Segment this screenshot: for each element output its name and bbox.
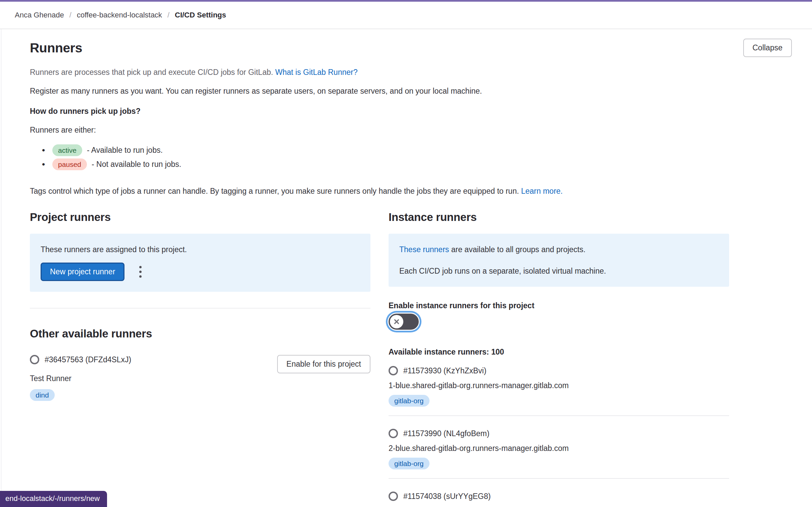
runner-tag-badge: gitlab-org xyxy=(389,458,429,469)
how-runners-pick-up-jobs-heading: How do runners pick up jobs? xyxy=(30,106,792,116)
tags-description: Tags control which type of jobs a runner… xyxy=(30,186,792,196)
learn-more-link[interactable]: Learn more. xyxy=(521,187,563,195)
breadcrumb-project-link[interactable]: coffee-backend-localstack xyxy=(77,11,162,19)
enable-for-project-button[interactable]: Enable for this project xyxy=(277,355,370,373)
instance-runner-list: #11573930 (KzYhZxBvi) 1-blue.shared-gitl… xyxy=(389,366,729,507)
instance-runners-info-line1: These runners are available to all group… xyxy=(399,244,718,255)
instance-runner-item: #11573990 (NL4gfoBem) 2-blue.shared-gitl… xyxy=(389,416,729,479)
active-status-description: - Available to run jobs. xyxy=(87,143,163,157)
breadcrumb-current-page: CI/CD Settings xyxy=(175,11,226,19)
project-runners-info-text: These runners are assigned to this proje… xyxy=(41,244,360,255)
collapse-button[interactable]: Collapse xyxy=(743,39,792,57)
toggle-knob xyxy=(390,315,403,328)
runner-tag-badge: gitlab-org xyxy=(389,395,429,407)
runners-description-text: Runners are processes that pick up and e… xyxy=(30,68,273,77)
vertical-ellipsis-icon[interactable] xyxy=(136,263,145,281)
project-runners-section: Project runners These runners are assign… xyxy=(30,211,370,507)
paused-status-badge: paused xyxy=(52,158,87,170)
list-item-paused: paused - Not available to run jobs. xyxy=(42,157,792,171)
instance-runners-toggle[interactable] xyxy=(389,314,419,330)
project-runners-title: Project runners xyxy=(30,211,370,224)
runner-id: #11573930 (KzYhZxBvi) xyxy=(403,366,487,375)
project-runners-info-box: These runners are assigned to this proje… xyxy=(30,234,370,292)
list-item-active: active - Available to run jobs. xyxy=(42,143,792,157)
active-status-badge: active xyxy=(52,144,82,156)
page-title: Runners xyxy=(30,41,82,55)
available-runner-row: #36457563 (DFZd4SLxJ) Test Runner dind E… xyxy=(30,355,370,401)
runner-host: 1-blue.shared-gitlab-org.runners-manager… xyxy=(389,381,729,390)
instance-runners-section: Instance runners These runners are avail… xyxy=(389,211,729,507)
runner-status-list: active - Available to run jobs. paused -… xyxy=(30,143,792,171)
instance-runners-info-line2: Each CI/CD job runs on a separate, isola… xyxy=(399,266,718,276)
link-url-preview: end-localstack/-/runners/new xyxy=(0,491,107,507)
runner-status-circle-icon xyxy=(389,492,398,501)
other-available-runners-title: Other available runners xyxy=(30,327,370,340)
instance-runner-item: #11573930 (KzYhZxBvi) 1-blue.shared-gitl… xyxy=(389,366,729,416)
runner-status-circle-icon xyxy=(389,429,398,438)
x-icon xyxy=(393,318,400,325)
breadcrumb: Anca Ghenade / coffee-backend-localstack… xyxy=(0,2,812,29)
tags-description-text: Tags control which type of jobs a runner… xyxy=(30,187,519,195)
runner-name: Test Runner xyxy=(30,374,131,383)
instance-runners-info-box: These runners are available to all group… xyxy=(389,234,729,287)
breadcrumb-separator: / xyxy=(167,11,169,19)
runner-host: 2-blue.shared-gitlab-org.runners-manager… xyxy=(389,444,729,453)
runner-id: #11573990 (NL4gfoBem) xyxy=(403,429,490,438)
these-runners-link[interactable]: These runners xyxy=(399,245,449,254)
instance-runners-title: Instance runners xyxy=(389,211,729,224)
runner-id: #36457563 (DFZd4SLxJ) xyxy=(45,355,131,364)
available-instance-runners-count: Available instance runners: 100 xyxy=(389,347,729,357)
paused-status-description: - Not available to run jobs. xyxy=(92,157,181,171)
enable-instance-runners-label: Enable instance runners for this project xyxy=(389,301,729,310)
breadcrumb-separator: / xyxy=(69,11,71,19)
runner-status-circle-icon xyxy=(30,355,39,364)
runners-are-either-text: Runners are either: xyxy=(30,125,792,135)
runners-settings-page: Runners Collapse Runners are processes t… xyxy=(2,29,812,507)
runner-tag-badge: dind xyxy=(30,389,55,401)
runner-status-circle-icon xyxy=(389,366,398,375)
register-runners-text: Register as many runners as you want. Yo… xyxy=(30,86,792,96)
what-is-gitlab-runner-link[interactable]: What is GitLab Runner? xyxy=(275,68,357,77)
runner-details: #36457563 (DFZd4SLxJ) Test Runner dind xyxy=(30,355,131,401)
breadcrumb-user-link[interactable]: Anca Ghenade xyxy=(15,11,64,19)
instance-runner-item: #11574038 (sUrYYgEG8) 3-blue.shared-gitl… xyxy=(389,479,729,507)
section-divider xyxy=(30,308,370,309)
runners-description: Runners are processes that pick up and e… xyxy=(30,67,792,77)
runner-id: #11574038 (sUrYYgEG8) xyxy=(403,492,491,501)
new-project-runner-button[interactable]: New project runner xyxy=(41,263,124,281)
